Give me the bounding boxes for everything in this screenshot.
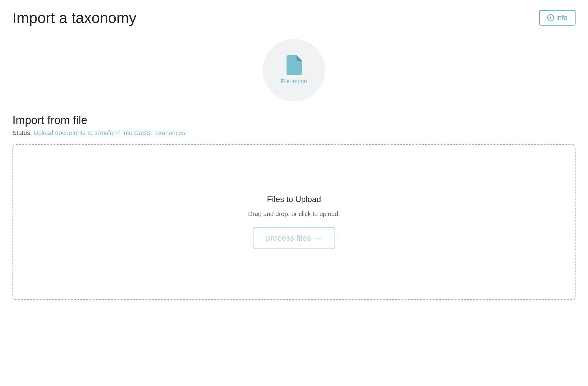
- status-message: Upload documents to transform into CaSS …: [34, 129, 187, 136]
- process-files-label: process files: [266, 233, 311, 243]
- status-prefix: Status:: [12, 129, 32, 136]
- page-title: Import a taxonomy: [12, 10, 137, 27]
- info-icon: i: [547, 14, 554, 21]
- dropzone-heading: Files to Upload: [267, 195, 321, 204]
- file-import-label: File Import: [281, 78, 307, 85]
- info-button[interactable]: i info: [539, 10, 576, 26]
- status-line: Status: Upload documents to transform in…: [12, 129, 576, 137]
- upload-dropzone[interactable]: Files to Upload Drag and drop, or click …: [12, 144, 576, 300]
- file-import-svg-icon: [286, 55, 302, 75]
- info-button-label: info: [557, 14, 567, 22]
- file-import-icon-container: File Import: [12, 39, 576, 101]
- process-files-button[interactable]: process files →: [253, 227, 335, 249]
- file-import-circle: File Import: [263, 39, 325, 101]
- arrow-right-icon: →: [315, 234, 322, 243]
- page-header: Import a taxonomy i info: [12, 10, 576, 27]
- drag-drop-text: Drag and drop, or click to upload.: [248, 210, 340, 218]
- import-section: Import from file Status: Upload document…: [12, 114, 576, 300]
- import-section-heading: Import from file: [12, 114, 576, 127]
